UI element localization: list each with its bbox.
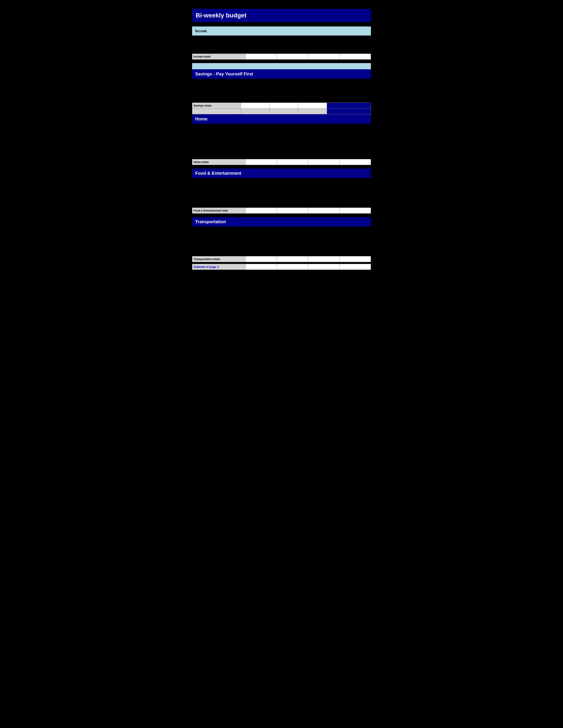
transportation-section: Transportation <box>192 217 371 270</box>
subtotal-col3[interactable] <box>308 264 339 270</box>
home-empty-rows <box>192 125 371 159</box>
home-totals-label: Home totals <box>192 159 245 165</box>
income-totals-col2[interactable] <box>276 54 308 60</box>
home-totals-table: Home totals <box>192 159 371 165</box>
table-row <box>192 196 371 202</box>
savings-totals-col4 <box>327 103 371 109</box>
food-totals-label: Food & Entertainment total <box>192 208 245 214</box>
table-row <box>192 136 371 142</box>
food-totals-table: Food & Entertainment total <box>192 208 371 214</box>
income-totals-col3[interactable] <box>308 54 339 60</box>
gap1 <box>192 60 371 63</box>
savings-extra-row <box>192 109 371 114</box>
income-section: Income <box>192 26 371 60</box>
savings-totals-col1[interactable] <box>241 103 269 109</box>
table-row <box>192 91 371 97</box>
home-totals-col2[interactable] <box>276 159 308 165</box>
food-totals-col4[interactable] <box>339 208 371 214</box>
table-row <box>192 80 371 85</box>
table-row <box>192 239 371 245</box>
table-row <box>192 250 371 256</box>
income-empty-rows <box>192 36 371 54</box>
transportation-totals-col2[interactable] <box>276 256 308 262</box>
income-totals-row: Income totals <box>192 54 371 60</box>
food-section: Food & Entertainment <box>192 169 371 214</box>
subtotal-label: Subtotal of page 1: <box>192 264 245 270</box>
table-row <box>192 48 371 54</box>
food-totals-row: Food & Entertainment total <box>192 208 371 214</box>
home-totals-col1[interactable] <box>245 159 276 165</box>
food-totals-col2[interactable] <box>276 208 308 214</box>
savings-totals-col2[interactable] <box>269 103 298 109</box>
food-header: Food & Entertainment <box>192 169 371 178</box>
home-section: Home <box>192 114 371 165</box>
table-row <box>192 227 371 233</box>
table-row <box>192 190 371 196</box>
savings-header: Savings - Pay Yourself First <box>192 69 371 79</box>
savings-totals-col3[interactable] <box>298 103 327 109</box>
table-row <box>192 42 371 48</box>
food-empty-rows <box>192 179 371 208</box>
table-row <box>192 153 371 159</box>
transportation-totals-label: Transportation totals <box>192 256 245 262</box>
subtotal-table: Subtotal of page 1: <box>192 264 371 270</box>
home-totals-col3[interactable] <box>308 159 339 165</box>
table-row <box>192 245 371 250</box>
transportation-totals-table: Transportation totals <box>192 256 371 262</box>
savings-light-bar <box>192 63 371 69</box>
table-row <box>192 233 371 239</box>
transportation-empty-rows <box>192 227 371 256</box>
transportation-totals-row: Transportation totals <box>192 256 371 262</box>
food-totals-col1[interactable] <box>245 208 276 214</box>
subtotal-col4[interactable] <box>339 264 371 270</box>
table-row <box>192 179 371 185</box>
table-row <box>192 130 371 136</box>
income-totals-table: Income totals <box>192 54 371 60</box>
gap4 <box>192 262 371 264</box>
savings-totals-row: Savings totals <box>192 103 371 109</box>
table-row <box>192 202 371 208</box>
table-row <box>192 85 371 91</box>
income-totals-col4[interactable] <box>339 54 371 60</box>
food-totals-col3[interactable] <box>308 208 339 214</box>
transportation-totals-col3[interactable] <box>308 256 339 262</box>
savings-section: Savings - Pay Yourself First <box>192 63 371 114</box>
page-title: Bi-weekly budget <box>192 9 371 22</box>
savings-empty-rows <box>192 80 371 103</box>
subtotal-col1[interactable] <box>245 264 276 270</box>
table-row <box>192 97 371 103</box>
income-totals-col1[interactable] <box>245 54 276 60</box>
page-container: Bi-weekly budget Income <box>192 9 371 270</box>
income-totals-label: Income totals <box>192 54 245 60</box>
subtotal-col2[interactable] <box>276 264 308 270</box>
table-row <box>192 36 371 42</box>
home-totals-col4[interactable] <box>339 159 371 165</box>
savings-totals-table: Savings totals <box>192 103 371 114</box>
table-row <box>192 125 371 130</box>
transportation-totals-col1[interactable] <box>245 256 276 262</box>
income-header: Income <box>192 26 371 36</box>
transportation-header: Transportation <box>192 217 371 227</box>
table-row <box>192 142 371 148</box>
home-totals-row: Home totals <box>192 159 371 165</box>
table-row <box>192 185 371 190</box>
table-row <box>192 148 371 153</box>
savings-totals-label: Savings totals <box>192 103 241 109</box>
home-header: Home <box>192 114 371 124</box>
gap2 <box>192 165 371 169</box>
subtotal-row: Subtotal of page 1: <box>192 264 371 270</box>
gap3 <box>192 214 371 217</box>
transportation-totals-col4[interactable] <box>339 256 371 262</box>
